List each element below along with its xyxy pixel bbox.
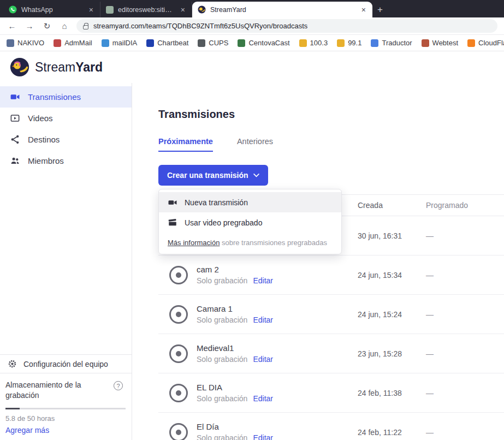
sidebar-item-destinos[interactable]: Destinos [0,129,132,150]
storage-usage-text: 5.8 de 50 horas [5,414,126,423]
sidebar: Transmisiones Videos Destinos Miembros C… [0,83,132,440]
storage-progress-fill [5,408,20,409]
table-row[interactable]: cam 2 Solo grabaciónEditar 24 jun, 15:34… [158,255,504,295]
broadcast-title: cam 2 [197,265,273,274]
reload-icon[interactable]: ↻ [41,21,52,31]
bookmark-favicon [422,39,429,47]
table-row[interactable]: Camara 1 Solo grabaciónEditar 24 jun, 15… [158,295,504,334]
bookmark-centovacast[interactable]: CentovaCast [238,39,289,47]
created-cell: 24 jun, 15:34 [358,271,426,280]
sidebar-item-transmisiones[interactable]: Transmisiones [0,86,132,108]
main-content: Transmisiones Próximamente Anteriores Cr… [132,83,504,440]
gear-icon [8,359,17,368]
bookmark-maildia[interactable]: mailDIA [102,39,138,47]
app-header: StreamYard [0,51,504,83]
browser-tab-editoresweb[interactable]: editoresweb:sitioweb:eldia.co × [100,2,192,17]
share-icon [10,134,20,145]
edit-link[interactable]: Editar [253,316,273,324]
url-field[interactable]: streamyard.com/teams/TQDhBC9ZNTmft6z5UsQ… [76,19,497,33]
created-cell: 24 jun, 15:24 [358,310,426,319]
recording-icon [169,423,188,440]
bookmark-favicon [337,39,345,47]
browser-tab-whatsapp[interactable]: WhatsApp × [3,2,100,17]
browser-tab-streamyard[interactable]: StreamYard × [192,2,372,17]
video-camera-icon [10,92,20,102]
scheduled-cell: — [426,271,504,280]
home-icon[interactable]: ⌂ [59,21,70,31]
page-title: Transmisiones [158,108,504,121]
bookmark-favicon [102,39,109,47]
team-settings-button[interactable]: Configuración del equipo [0,355,132,373]
tab-title: StreamYard [210,6,356,14]
bookmark-label: Chartbeat [157,39,188,47]
dropdown-info-rest: sobre transmisiones pregrabadas [220,239,327,247]
menu-item-label: Usar video pregrabado [185,218,262,227]
site-favicon [106,6,114,14]
bookmark-label: Traductor [382,39,412,47]
brand-wordmark: StreamYard [35,60,103,75]
menu-item-new-broadcast[interactable]: Nueva transmisión [159,192,341,212]
close-icon[interactable]: × [88,6,94,14]
streamyard-logo-icon [10,57,29,77]
broadcast-title: EL DIA [197,383,273,392]
bookmark-nakivo[interactable]: NAKIVO [7,39,44,47]
sidebar-item-videos[interactable]: Videos [0,108,132,129]
tab-proximamente[interactable]: Próximamente [158,137,213,152]
bookmark-chartbeat[interactable]: Chartbeat [146,39,188,47]
more-info-link[interactable]: Más información [168,239,220,247]
menu-item-prerecorded-video[interactable]: Usar video pregrabado [159,212,341,233]
forward-icon[interactable]: → [24,21,35,31]
sidebar-item-label: Transmisiones [28,92,81,102]
sidebar-item-label: Videos [28,114,53,123]
bookmark-cloudflare[interactable]: CloudFlare [467,39,504,47]
bookmark-favicon [299,39,307,47]
bookmark-favicon [7,39,14,47]
bookmark-100-3[interactable]: 100.3 [299,39,328,47]
recording-icon [169,305,188,324]
address-bar: ← → ↻ ⌂ streamyard.com/teams/TQDhBC9ZNTm… [0,17,504,35]
edit-link[interactable]: Editar [253,394,273,403]
tab-bar: WhatsApp × editoresweb:sitioweb:eldia.co… [0,0,504,17]
tab-title: WhatsApp [21,6,84,14]
broadcast-subtitle: Solo grabación [197,316,247,324]
table-row[interactable]: El Día Solo grabaciónEditar 24 feb, 11:2… [158,413,504,440]
create-broadcast-button[interactable]: Crear una transmisión [158,165,268,186]
add-more-link[interactable]: Agregar más [5,426,126,435]
sidebar-item-label: Destinos [28,135,60,144]
scheduled-cell: — [426,389,504,397]
edit-link[interactable]: Editar [253,276,273,285]
bookmark-favicon [54,39,61,47]
bookmark-admmail[interactable]: AdmMail [54,39,92,47]
broadcast-subtitle: Solo grabación [197,394,247,403]
create-broadcast-label: Crear una transmisión [167,171,248,180]
broadcast-title: El Día [197,422,273,431]
edit-link[interactable]: Editar [253,355,273,364]
lock-icon [83,25,88,29]
back-icon[interactable]: ← [7,21,17,31]
bookmark-webtest[interactable]: Webtest [422,39,458,47]
table-row[interactable]: Medieval1 Solo grabaciónEditar 23 jun, 1… [158,334,504,373]
bookmark-label: CentovaCast [248,39,289,47]
brand-stream: Stream [35,60,75,74]
new-tab-button[interactable]: + [372,2,388,17]
bookmark-traductor[interactable]: Traductor [371,39,412,47]
browser-window: WhatsApp × editoresweb:sitioweb:eldia.co… [0,0,504,440]
dropdown-info-text: Más información sobre transmisiones preg… [159,233,341,247]
broadcast-subtitle: Solo grabación [197,355,247,364]
sidebar-item-miembros[interactable]: Miembros [0,150,132,171]
created-cell: 24 feb, 11:38 [358,389,426,397]
scheduled-cell: — [426,231,504,240]
bookmark-cups[interactable]: CUPS [198,39,228,47]
storage-progress-bar [5,408,126,409]
tab-anteriores[interactable]: Anteriores [237,137,273,152]
help-icon[interactable]: ? [114,381,123,390]
sidebar-item-label: Miembros [28,156,64,165]
bookmark-99-1[interactable]: 99.1 [337,39,361,47]
recording-icon [169,266,188,284]
close-icon[interactable]: × [180,6,186,14]
edit-link[interactable]: Editar [253,433,273,440]
table-row[interactable]: EL DIA Solo grabaciónEditar 24 feb, 11:3… [158,373,504,413]
close-icon[interactable]: × [360,6,367,14]
broadcast-title: Camara 1 [197,304,273,313]
bookmark-label: CUPS [209,39,228,47]
